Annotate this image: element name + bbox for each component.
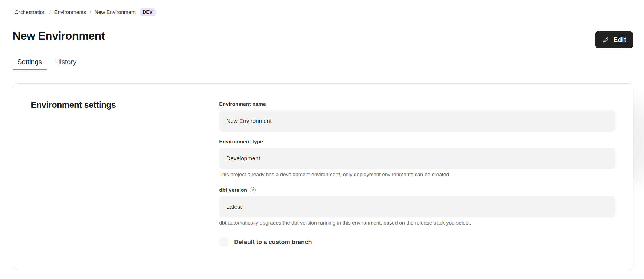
- environment-name-input[interactable]: New Environment: [219, 110, 615, 132]
- dbt-version-input[interactable]: Latest: [219, 196, 615, 217]
- tab-history[interactable]: History: [50, 54, 81, 70]
- environment-type-field: Environment type Development This projec…: [219, 139, 615, 178]
- dbt-version-field: dbt version ? Latest dbt automatically u…: [219, 187, 615, 226]
- environment-settings-card: Environment settings Environment name Ne…: [13, 83, 633, 270]
- tab-bar: Settings History: [0, 54, 644, 70]
- environment-name-label: Environment name: [219, 101, 615, 107]
- breadcrumb-item-new-environment[interactable]: New Environment: [95, 9, 136, 15]
- help-icon[interactable]: ?: [250, 187, 256, 193]
- environment-dev-badge: DEV: [140, 8, 156, 16]
- environment-name-field: Environment name New Environment: [219, 101, 615, 132]
- edit-button-label: Edit: [613, 36, 626, 44]
- environment-type-label: Environment type: [219, 139, 615, 145]
- dbt-version-helper-text: dbt automatically upgrades the dbt versi…: [219, 220, 615, 226]
- tab-settings[interactable]: Settings: [13, 54, 47, 70]
- pencil-icon: [602, 36, 610, 43]
- breadcrumb-item-orchestration[interactable]: Orchestration: [14, 9, 46, 15]
- custom-branch-checkbox-label: Default to a custom branch: [234, 239, 312, 246]
- breadcrumb: Orchestration / Environments / New Envir…: [14, 8, 156, 16]
- breadcrumb-separator: /: [49, 9, 51, 15]
- card-heading: Environment settings: [31, 100, 116, 110]
- custom-branch-checkbox-row[interactable]: Default to a custom branch: [219, 237, 615, 246]
- breadcrumb-separator: /: [90, 9, 91, 15]
- breadcrumb-item-environments[interactable]: Environments: [54, 9, 86, 15]
- environment-settings-form: Environment name New Environment Environ…: [219, 101, 615, 246]
- dbt-version-label: dbt version: [219, 187, 247, 193]
- environment-type-input[interactable]: Development: [219, 148, 615, 169]
- page-title: New Environment: [13, 30, 105, 42]
- custom-branch-checkbox[interactable]: [219, 237, 228, 246]
- edit-button[interactable]: Edit: [595, 31, 633, 48]
- environment-type-helper-text: This project already has a development e…: [219, 172, 615, 178]
